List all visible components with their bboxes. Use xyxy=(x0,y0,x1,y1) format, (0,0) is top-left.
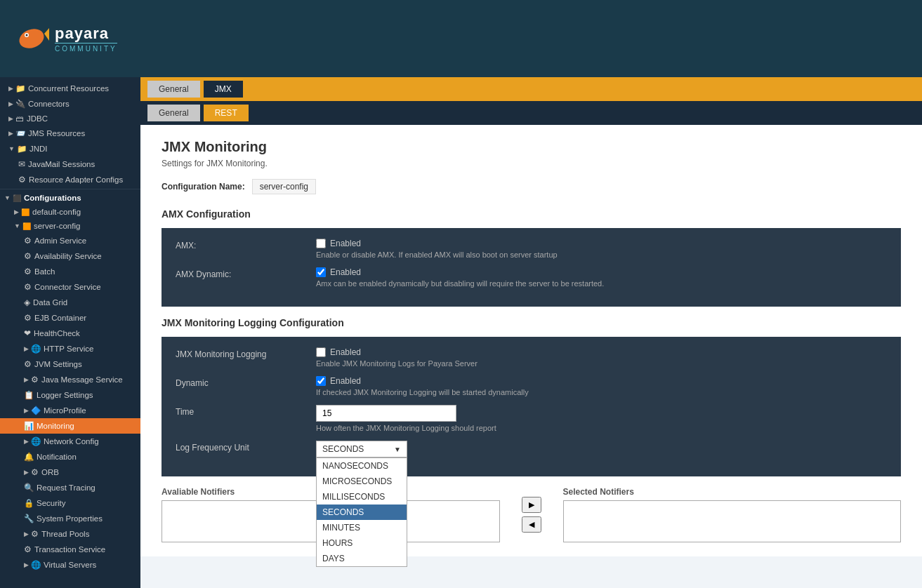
option-seconds[interactable]: SECONDS xyxy=(317,505,407,520)
sidebar-item-logger-settings[interactable]: 📋 Logger Settings xyxy=(0,387,140,403)
arrow-icon: ▶ xyxy=(8,130,13,137)
remove-notifier-button[interactable]: ◀ xyxy=(522,516,541,533)
sidebar-item-transaction-service[interactable]: ⚙ Transaction Service xyxy=(0,542,140,557)
time-control: How often the JMX Monitoring Logging sho… xyxy=(316,405,887,432)
sub-tab-bar: General REST xyxy=(140,101,922,125)
amx-dynamic-checkbox[interactable] xyxy=(316,267,326,277)
sidebar-item-availability-service[interactable]: ⚙ Availability Service xyxy=(0,248,140,264)
sidebar-label: server-config xyxy=(34,222,80,230)
tab-general[interactable]: General xyxy=(147,81,200,98)
freq-unit-selected: SECONDS xyxy=(322,444,364,454)
sidebar-item-virtual-servers[interactable]: ▶ 🌐 Virtual Servers xyxy=(0,557,140,573)
lock-icon: 🔒 xyxy=(24,498,34,508)
sidebar: ▶ 📁 Concurrent Resources ▶ 🔌 Connectors … xyxy=(0,77,140,588)
sidebar-item-java-message-service[interactable]: ▶ ⚙ Java Message Service xyxy=(0,372,140,387)
amx-row: AMX: Enabled Enable or disable AMX. If e… xyxy=(176,239,887,259)
sidebar-item-http-service[interactable]: ▶ 🌐 HTTP Service xyxy=(0,341,140,356)
sidebar-label: default-config xyxy=(32,208,81,216)
wrench-icon: 🔧 xyxy=(24,514,34,523)
sidebar-item-monitoring[interactable]: 📊 Monitoring xyxy=(0,418,140,434)
sidebar-item-healthcheck[interactable]: ❤ HealthCheck xyxy=(0,326,140,341)
sidebar-item-default-config[interactable]: ▶ 🟧 default-config xyxy=(0,205,140,219)
time-input[interactable] xyxy=(316,405,456,422)
gear-icon: ⚙ xyxy=(24,313,32,323)
time-row: Time How often the JMX Monitoring Loggin… xyxy=(176,405,887,432)
time-label: Time xyxy=(176,405,316,417)
config-icon: 🟧 xyxy=(22,222,31,230)
sub-tab-rest[interactable]: REST xyxy=(204,105,249,121)
dynamic-label: Dynamic xyxy=(176,376,316,388)
sidebar-item-system-properties[interactable]: 🔧 System Properties xyxy=(0,511,140,526)
dynamic-control: Enabled If checked JMX Monitoring Loggin… xyxy=(316,376,887,396)
option-hours[interactable]: HOURS xyxy=(317,535,407,551)
sidebar-item-concurrent-resources[interactable]: ▶ 📁 Concurrent Resources xyxy=(0,81,140,96)
dropdown-arrow-icon: ▼ xyxy=(394,446,401,453)
sidebar-item-network-config[interactable]: ▶ 🌐 Network Config xyxy=(0,434,140,449)
sidebar-label: Monitoring xyxy=(37,422,74,430)
sidebar-item-microprofile[interactable]: ▶ 🔷 MicroProfile xyxy=(0,403,140,418)
logging-label: JMX Monitoring Logging xyxy=(176,347,316,359)
sidebar-item-connector-service[interactable]: ⚙ Connector Service xyxy=(0,279,140,295)
sidebar-item-configurations[interactable]: ▼ ⬛ Configurations xyxy=(0,191,140,205)
sidebar-item-notification[interactable]: 🔔 Notification xyxy=(0,449,140,465)
amx-section-title: AMX Configuration xyxy=(162,208,901,220)
search-icon: 🔍 xyxy=(24,483,34,493)
sidebar-item-server-config[interactable]: ▼ 🟧 server-config xyxy=(0,219,140,233)
amx-checkbox[interactable] xyxy=(316,239,326,248)
logging-section-title: JMX Monitoring Logging Configuration xyxy=(162,317,901,328)
sidebar-item-orb[interactable]: ▶ ⚙ ORB xyxy=(0,465,140,480)
amx-dynamic-enabled-label: Enabled xyxy=(330,267,361,277)
sidebar-label: Notification xyxy=(37,453,77,461)
config-icon: ⬛ xyxy=(13,194,21,202)
arrow-icon: ▶ xyxy=(24,376,29,383)
plug-icon: 🔌 xyxy=(15,99,25,109)
sidebar-label: Data Grid xyxy=(33,298,67,307)
option-minutes[interactable]: MINUTES xyxy=(317,520,407,535)
option-microseconds[interactable]: MICROSECONDS xyxy=(317,474,407,489)
page-title: JMX Monitoring xyxy=(162,139,901,155)
amx-dynamic-control: Enabled Amx can be enabled dynamically b… xyxy=(316,267,887,288)
gear-icon: ⚙ xyxy=(31,529,39,539)
sidebar-item-jms-resources[interactable]: ▶ 📨 JMS Resources xyxy=(0,126,140,141)
selected-notifiers-list[interactable] xyxy=(563,500,902,542)
sidebar-item-thread-pools[interactable]: ▶ ⚙ Thread Pools xyxy=(0,526,140,542)
time-hint: How often the JMX Monitoring Logging sho… xyxy=(316,424,887,432)
gear-icon: ⚙ xyxy=(24,251,32,261)
db-icon: 🗃 xyxy=(15,114,24,123)
amx-enabled-label: Enabled xyxy=(330,239,361,248)
sidebar-label: Network Config xyxy=(44,437,99,446)
sidebar-label: Security xyxy=(37,499,66,507)
sidebar-label: Configurations xyxy=(24,194,81,202)
sidebar-item-javamail[interactable]: ✉ JavaMail Sessions xyxy=(0,156,140,172)
sidebar-item-batch[interactable]: ⚙ Batch xyxy=(0,264,140,279)
sidebar-item-request-tracing[interactable]: 🔍 Request Tracing xyxy=(0,480,140,495)
option-nanoseconds[interactable]: NANOSECONDS xyxy=(317,458,407,474)
option-milliseconds[interactable]: MILLISECONDS xyxy=(317,489,407,505)
sidebar-item-jvm-settings[interactable]: ⚙ JVM Settings xyxy=(0,356,140,372)
sidebar-label: JVM Settings xyxy=(34,360,82,368)
sidebar-item-connectors[interactable]: ▶ 🔌 Connectors xyxy=(0,96,140,112)
dynamic-checkbox[interactable] xyxy=(316,376,326,386)
arrow-icon: ▶ xyxy=(24,469,29,476)
add-notifier-button[interactable]: ▶ xyxy=(522,497,541,513)
sidebar-item-security[interactable]: 🔒 Security xyxy=(0,495,140,511)
logging-checkbox[interactable] xyxy=(316,347,326,357)
gear-icon: ⚙ xyxy=(31,375,39,385)
sidebar-item-resource-adapter[interactable]: ⚙ Resource Adapter Configs xyxy=(0,172,140,187)
tab-jmx[interactable]: JMX xyxy=(204,81,243,98)
svg-point-0 xyxy=(17,26,47,52)
dynamic-hint: If checked JMX Monitoring Logging will b… xyxy=(316,388,887,396)
sub-tab-general[interactable]: General xyxy=(147,105,200,121)
freq-unit-dropdown-trigger[interactable]: SECONDS ▼ xyxy=(316,441,407,457)
option-days[interactable]: DAYS xyxy=(317,551,407,566)
sidebar-label: JavaMail Sessions xyxy=(28,160,95,168)
sidebar-item-jndi[interactable]: ▼ 📁 JNDI xyxy=(0,141,140,156)
sidebar-item-ejb-container[interactable]: ⚙ EJB Container xyxy=(0,310,140,326)
globe-icon: 🌐 xyxy=(31,344,41,354)
sidebar-item-admin-service[interactable]: ⚙ Admin Service xyxy=(0,233,140,248)
sidebar-item-jdbc[interactable]: ▶ 🗃 JDBC xyxy=(0,112,140,126)
folder-icon: 📁 xyxy=(17,144,27,154)
gear-icon: ⚙ xyxy=(18,175,26,185)
amx-section: AMX: Enabled Enable or disable AMX. If e… xyxy=(162,228,901,307)
sidebar-item-data-grid[interactable]: ◈ Data Grid xyxy=(0,295,140,310)
